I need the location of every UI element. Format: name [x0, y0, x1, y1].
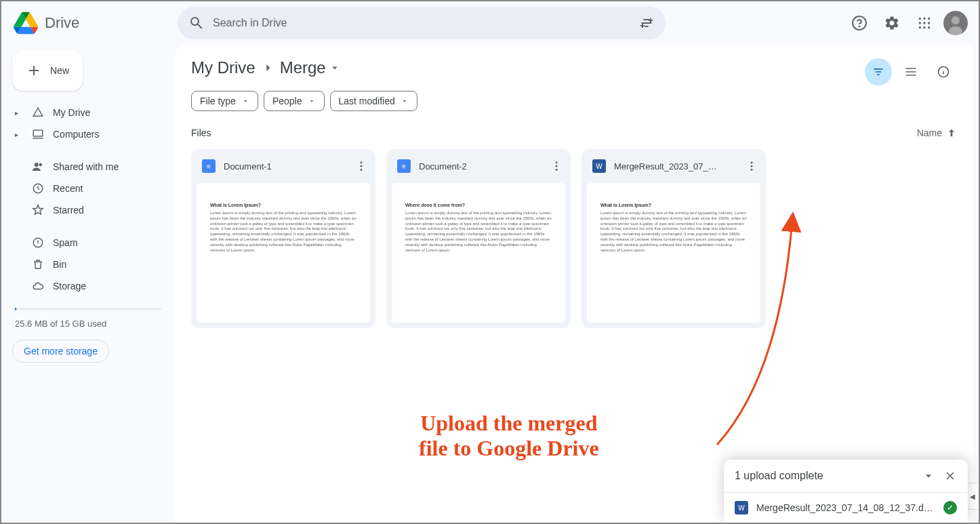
docs-file-icon: ≡	[397, 159, 411, 173]
chevron-right-icon: ▸	[15, 109, 23, 117]
sidebar-item-label: My Drive	[53, 107, 90, 118]
people-icon	[31, 161, 45, 173]
settings-icon[interactable]	[878, 9, 905, 37]
chevron-down-icon	[308, 97, 316, 105]
sidebar-item-my-drive[interactable]: ▸ My Drive	[12, 102, 164, 123]
sidebar-item-label: Computers	[53, 129, 99, 140]
file-preview: What is Lorem Ipsum? Lorem ipsum is simp…	[587, 183, 760, 323]
apps-icon[interactable]	[911, 9, 938, 37]
spam-icon	[31, 237, 45, 249]
sidebar-item-label: Recent	[53, 183, 83, 194]
trash-icon	[31, 258, 45, 270]
sidebar-item-storage[interactable]: Storage	[12, 275, 164, 297]
success-check-icon: ✓	[943, 501, 957, 515]
svg-point-1	[859, 26, 860, 27]
svg-point-20	[556, 161, 558, 163]
svg-point-19	[361, 169, 363, 171]
file-more-icon[interactable]	[548, 157, 565, 175]
word-file-icon: W	[735, 501, 748, 515]
breadcrumb: My Drive Merge	[191, 58, 957, 77]
sidebar-item-label: Starred	[53, 205, 84, 216]
file-card[interactable]: ≡ Document-1 What is Lorem Ipsum? Lorem …	[191, 149, 375, 328]
svg-point-4	[928, 18, 930, 20]
svg-point-23	[751, 161, 753, 163]
sidebar-item-label: Bin	[53, 259, 66, 270]
section-label: Files	[191, 127, 211, 138]
chevron-right-icon	[261, 61, 274, 75]
toast-collapse-icon[interactable]	[922, 469, 935, 483]
search-bar[interactable]	[178, 7, 666, 39]
app-name[interactable]: Drive	[45, 14, 79, 32]
storage-bar	[15, 308, 161, 310]
chevron-down-icon	[329, 62, 341, 74]
upload-toast: 1 upload complete W MergeResult_2023_07_…	[724, 460, 968, 523]
toast-item[interactable]: W MergeResult_2023_07_14_08_12_37.d… ✓	[724, 492, 968, 523]
filter-view-icon[interactable]	[865, 58, 892, 85]
chevron-right-icon: ▸	[15, 131, 23, 138]
svg-point-3	[923, 18, 925, 20]
breadcrumb-current[interactable]: Merge	[280, 58, 341, 77]
drive-logo[interactable]	[12, 9, 39, 37]
svg-point-25	[751, 169, 753, 171]
sidebar-item-label: Storage	[53, 281, 86, 291]
info-icon[interactable]	[930, 58, 957, 85]
filter-file-type[interactable]: File type	[191, 91, 258, 111]
drive-folder-icon	[31, 106, 45, 119]
file-card[interactable]: W MergeResult_2023_07_… What is Lorem Ip…	[581, 149, 766, 328]
svg-point-18	[361, 165, 363, 167]
file-more-icon[interactable]	[352, 157, 370, 175]
sort-control[interactable]: Name	[917, 127, 957, 138]
storage-text: 25.6 MB of 15 GB used	[12, 316, 164, 331]
storage-cta-button[interactable]: Get more storage	[12, 340, 109, 363]
sidebar-item-spam[interactable]: Spam	[12, 232, 164, 254]
file-card[interactable]: ≡ Document-2 Where does it come from? Lo…	[386, 149, 571, 328]
new-button[interactable]: New	[12, 50, 83, 91]
search-input[interactable]	[213, 17, 630, 29]
cloud-icon	[31, 280, 45, 292]
svg-point-17	[361, 161, 363, 163]
svg-point-10	[928, 26, 930, 28]
arrow-up-icon	[946, 127, 957, 138]
filter-last-modified[interactable]: Last modified	[330, 91, 417, 111]
account-avatar[interactable]	[943, 11, 968, 35]
svg-point-9	[923, 26, 925, 28]
list-view-icon[interactable]	[897, 58, 924, 85]
computer-icon	[31, 128, 45, 140]
sidebar-item-label: Shared with me	[53, 161, 119, 172]
svg-point-7	[928, 22, 930, 24]
sidebar-item-recent[interactable]: Recent	[12, 178, 164, 199]
file-name: Document-1	[224, 161, 344, 172]
annotation-text: Upload the merged file to Google Drive	[419, 411, 599, 461]
sidebar-item-shared[interactable]: Shared with me	[12, 156, 164, 178]
svg-point-21	[556, 165, 558, 167]
svg-point-22	[556, 169, 558, 171]
toast-title: 1 upload complete	[735, 470, 823, 482]
svg-point-13	[39, 163, 43, 167]
file-preview: What is Lorem Ipsum? Lorem ipsum is simp…	[197, 183, 370, 323]
star-icon	[31, 204, 45, 216]
file-name: MergeResult_2023_07_…	[614, 161, 735, 172]
file-preview: Where does it come from? Lorem ipsum is …	[392, 183, 565, 323]
svg-point-12	[35, 163, 39, 167]
file-more-icon[interactable]	[743, 157, 760, 175]
word-file-icon: W	[592, 159, 606, 173]
filter-people[interactable]: People	[264, 91, 325, 111]
svg-point-24	[751, 165, 753, 167]
toast-item-name: MergeResult_2023_07_14_08_12_37.d…	[756, 502, 935, 513]
svg-point-6	[923, 22, 925, 24]
search-icon	[188, 15, 205, 31]
svg-point-5	[919, 22, 921, 24]
sidebar-item-starred[interactable]: Starred	[12, 199, 164, 221]
docs-file-icon: ≡	[202, 159, 216, 173]
chevron-down-icon	[401, 97, 409, 105]
chevron-down-icon	[241, 97, 249, 105]
new-button-label: New	[50, 65, 69, 76]
sidebar-item-label: Spam	[53, 237, 78, 248]
search-options-icon[interactable]	[638, 15, 655, 31]
clock-icon	[31, 182, 45, 195]
help-icon[interactable]	[846, 9, 873, 37]
sidebar-item-bin[interactable]: Bin	[12, 254, 164, 275]
breadcrumb-parent[interactable]: My Drive	[191, 58, 256, 77]
toast-close-icon[interactable]	[943, 469, 957, 483]
sidebar-item-computers[interactable]: ▸ Computers	[12, 123, 164, 145]
